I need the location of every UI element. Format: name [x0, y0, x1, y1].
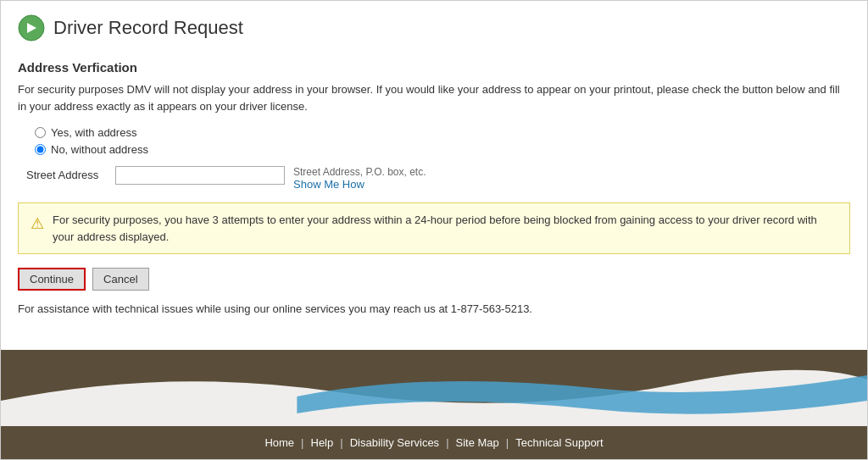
address-hint: Street Address, P.O. box, etc. Show Me H…	[293, 166, 426, 191]
radio-group: Yes, with address No, without address	[35, 126, 850, 156]
assistance-text: For assistance with technical issues whi…	[18, 302, 850, 315]
warning-box: ⚠ For security purposes, you have 3 atte…	[18, 202, 850, 254]
no-address-radio[interactable]	[35, 144, 46, 155]
footer-nav-inner: Home | Help | Disability Services | Site…	[1, 436, 867, 449]
address-field-label: Street Address	[26, 166, 107, 181]
warning-icon: ⚠	[31, 213, 44, 236]
main-content: Driver Record Request Address Verficatio…	[1, 1, 867, 350]
section-title: Address Verfication	[18, 60, 850, 75]
cancel-button[interactable]: Cancel	[92, 268, 148, 291]
street-address-input[interactable]	[115, 166, 285, 185]
footer-link-support[interactable]: Technical Support	[515, 436, 603, 449]
yes-address-radio[interactable]	[35, 127, 46, 138]
footer-link-disability[interactable]: Disability Services	[350, 436, 439, 449]
page-header: Driver Record Request	[18, 14, 850, 48]
wave-area	[1, 350, 867, 426]
wave-svg	[1, 350, 867, 426]
description-text: For security purposes DMV will not displ…	[18, 81, 850, 114]
show-me-how-link[interactable]: Show Me How	[293, 178, 426, 191]
footer-sep-1: |	[301, 436, 303, 449]
address-hint-text: Street Address, P.O. box, etc.	[293, 166, 426, 178]
footer-link-home[interactable]: Home	[264, 436, 294, 449]
radio-option-yes: Yes, with address	[35, 126, 850, 139]
warning-text: For security purposes, you have 3 attemp…	[53, 212, 837, 245]
footer-link-help[interactable]: Help	[311, 436, 334, 449]
footer-link-sitemap[interactable]: Site Map	[456, 436, 499, 449]
yes-address-label[interactable]: Yes, with address	[51, 126, 136, 139]
footer-sep-4: |	[506, 436, 509, 449]
page-wrapper: Driver Record Request Address Verficatio…	[0, 0, 868, 460]
footer-nav: Home | Help | Disability Services | Site…	[1, 426, 867, 459]
footer-sep-2: |	[340, 436, 342, 449]
continue-button[interactable]: Continue	[18, 268, 86, 291]
button-row: Continue Cancel	[18, 268, 850, 291]
footer-sep-3: |	[446, 436, 448, 449]
page-title: Driver Record Request	[53, 17, 243, 39]
no-address-label[interactable]: No, without address	[51, 143, 148, 156]
radio-option-no: No, without address	[35, 143, 850, 156]
address-row: Street Address Street Address, P.O. box,…	[26, 166, 850, 191]
arrow-circle-icon	[18, 14, 45, 42]
